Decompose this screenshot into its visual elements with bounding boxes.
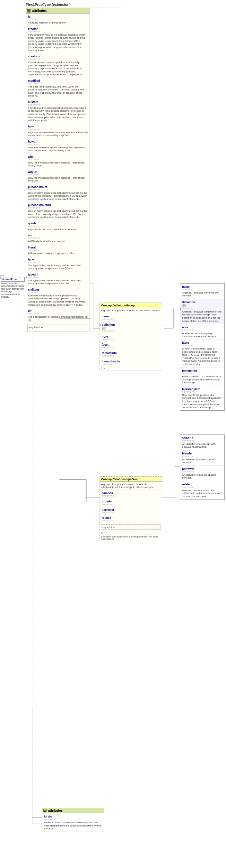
field-qcode: qcode ○○○○○○○○ A qualified code which id… (26, 220, 89, 232)
field-creatoruri: creatoruri ○○○○○○○○ If the attribute is … (26, 53, 89, 78)
page-title: Flex1PropType (extension) (26, 3, 122, 7)
right-field-broader: broader ○○○○○○○○ An identifier of a more… (180, 450, 224, 466)
bottom-attributes-box: ⊞ attributes idrefs ○○○○○○○○ Refers to t… (42, 808, 104, 832)
field-broader-left: broader ○○○○○○○○ (100, 498, 162, 506)
field-idrefs: idrefs ○○○○○○○○ Refers to the ids of ele… (42, 813, 104, 832)
field-typeuri: typeuri ○○○○○○○○ The type of the concept… (26, 271, 89, 286)
derived-from-label: derivedFrom Refers to the ids of element… (1, 277, 25, 298)
field-narrower-left: narrower ○○○○○○○○ (100, 506, 162, 515)
box-icon: ⊞ (27, 9, 31, 12)
diagram-container: Flex1PropType (extension) ⊞ attributes i… (0, 0, 226, 868)
field-sameAs-left: sameAs ○○○○○○○○ (100, 490, 162, 498)
concept-definition-group-title: ConceptDefinitionGroup (100, 303, 162, 308)
field-related-left: related ○○○○○○○○ (100, 515, 162, 523)
field-name: name ○○○○○○○○ (100, 313, 162, 321)
field-modified: modified ○○○○○○○○ The date (and, optiona… (26, 78, 89, 99)
right-field-remoteinfo: remoteInfo ○○○○○○○○ A link to an item or… (180, 368, 224, 386)
right-field-definition: definition D ○○○○○○○○ A natural language… (180, 299, 224, 324)
right-field-related: related ○○○○○○○○ A related concept, wher… (180, 481, 224, 499)
field-custom: custom ○○○○○○○○ If set to true the corre… (26, 99, 89, 123)
field-type: type ○○○○○○○○ The type of the concept as… (26, 256, 89, 271)
concept-relationships-group-title: ConceptRelationshipsGroup (100, 477, 162, 482)
right-field-name: name ○○○○○○○○ A natural language name fo… (180, 283, 224, 299)
right-field-note: note ○○○○○○○○ Additional natural languag… (180, 324, 224, 340)
right-field-hierarchyinfo: hierarchyInfo ○○○○○○○○ Represents the po… (180, 386, 224, 410)
bottom-box-icon: ⊞ (43, 809, 46, 812)
field-how: how ○○○○○○○○ A QCode which means the val… (26, 123, 89, 138)
bottom-box-title: ⊞ attributes (42, 808, 104, 813)
main-attributes-box: ⊞ attributes id ○○○○○○○○ A natural ident… (26, 8, 90, 332)
definition-fields-box: name ○○○○○○○○ A natural language name fo… (180, 283, 225, 411)
field-creator: creator ○○○○○○○○ If the property value i… (26, 26, 89, 53)
field-facet: facet ○○○○○○○○ (100, 341, 162, 350)
relationships-fields-box: sameAs ○○○○○○○○ An identifier of a conce… (180, 434, 225, 500)
right-field-facet: facet ○○○○○○○○ In NAR 1.8 and later, fac… (180, 340, 224, 367)
field-remoteinfo: remoteInfo ○○○○○○○○ (100, 350, 162, 358)
right-field-narrower: narrower ○○○○○○○○ An identifier of a mor… (180, 466, 224, 481)
main-box-title: ⊞ attributes (26, 8, 89, 13)
field-id: id ○○○○○○○○ A natural identifier of the … (26, 13, 89, 25)
concept-definition-group-box: ConceptDefinitionGroup A group of proper… (100, 303, 162, 370)
field-xmllang: xmllang ○○○○○○○○ Specifies the language … (26, 286, 89, 308)
field-definition: definition D ○○○○○○○○ (100, 321, 162, 334)
field-any-other-rel: any ##other (101, 524, 160, 530)
field-howuri: howuri ○○○○○○○○ Indicates by which means… (26, 138, 89, 154)
field-uri: uri ○○○○○○○○ A URI which identifies a co… (26, 232, 89, 244)
concept-relationships-group-box: ConceptRelationshipsGroup A group of pro… (100, 476, 162, 541)
field-pubconstrainturi: pubconstrainturi ○○○○○○○○ One or many co… (26, 202, 89, 220)
field-note: note ○○○○○○○○ (100, 334, 162, 342)
field-whyuri: whyuri ○○○○○○○○ Why the metadata has bee… (26, 168, 89, 184)
right-field-sameas: sameAs ○○○○○○○○ An identifier of a conce… (180, 435, 224, 450)
field-dir: dir ○○○○○○○○ The directionality of textu… (26, 308, 89, 323)
field-hierarchyinfo: hierarchyInfo ○○○○○○○○ (100, 358, 162, 367)
field-any-other-main: any ##other (27, 324, 88, 330)
field-why: why ○○○○○○○○ Why the metadata has been i… (26, 154, 89, 168)
field-pubconstraint: pubconstraint ○○○○○○○○ One or many const… (26, 184, 89, 202)
field-literal: literal ○○○○○○○○ A literal value assigne… (26, 244, 89, 256)
